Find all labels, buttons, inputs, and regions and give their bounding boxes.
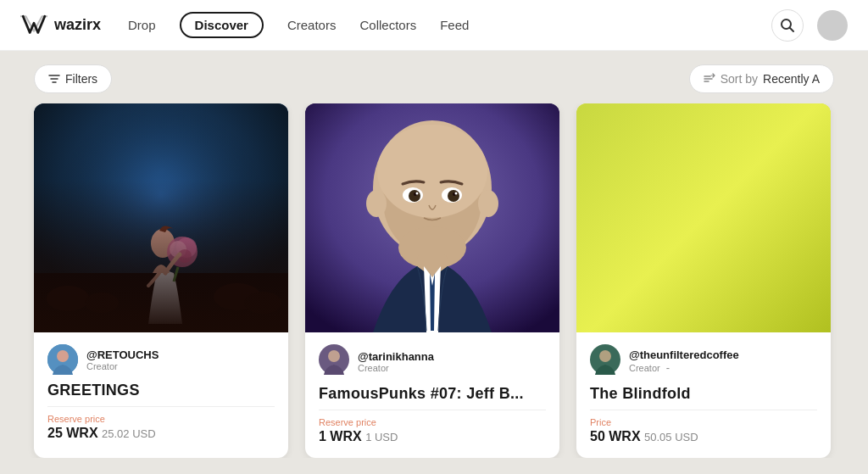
svg-point-15 (151, 229, 175, 258)
creator-info-2: @tarinikhanna Creator (358, 350, 434, 373)
svg-point-12 (85, 293, 119, 313)
creator-handle-2: @tarinikhanna (358, 350, 434, 363)
navbar: wazirx Drop Discover Creators Collectors… (0, 0, 868, 51)
card-price-label-3: Price (590, 417, 817, 427)
user-avatar[interactable] (817, 10, 848, 41)
svg-line-45 (712, 180, 831, 214)
svg-rect-10 (34, 273, 288, 332)
creator-role-3: Creator - (629, 361, 739, 374)
card-body-3: @theunfilteredcoffee Creator - The Blind… (576, 332, 831, 458)
search-button[interactable] (771, 9, 804, 42)
svg-line-48 (653, 212, 754, 215)
svg-point-36 (455, 192, 458, 195)
svg-line-20 (174, 267, 178, 282)
nav-discover[interactable]: Discover (180, 12, 264, 38)
card-blindfold: @theunfilteredcoffee Creator - The Blind… (576, 103, 831, 458)
card-famouspunks: @tarinikhanna Creator FamousPunks #07: J… (305, 103, 559, 458)
creator-handle-3: @theunfilteredcoffee (629, 349, 739, 361)
card-title-1: GREETINGS (47, 382, 275, 399)
famouspunks-artwork (305, 103, 559, 332)
svg-point-35 (416, 192, 419, 195)
nav-creators[interactable]: Creators (287, 18, 337, 32)
card-divider-3 (590, 410, 817, 410)
creator-handle-1: @RETOUCHS (86, 349, 159, 361)
svg-line-43 (746, 103, 797, 332)
card-price-label-1: Reserve price (47, 414, 275, 424)
logo-text: wazirx (54, 16, 101, 34)
svg-point-40 (328, 350, 340, 362)
svg-point-16 (167, 237, 198, 267)
svg-point-19 (178, 249, 192, 263)
card-title-3: The Blindfold (590, 385, 817, 403)
svg-point-18 (170, 241, 186, 258)
sort-icon (704, 73, 715, 85)
logo[interactable]: wazirx (20, 14, 101, 37)
blindfold-artwork (576, 103, 831, 332)
card-price-3: 50 WRX 50.05 USD (590, 429, 817, 444)
card-divider-2 (319, 410, 546, 410)
nav-drop[interactable]: Drop (128, 18, 156, 32)
card-price-1: 25 WRX 25.02 USD (47, 426, 275, 441)
svg-point-22 (57, 350, 69, 362)
svg-point-51 (599, 350, 611, 362)
svg-point-14 (244, 292, 281, 314)
svg-rect-41 (576, 103, 831, 332)
card-image-1 (34, 103, 288, 332)
card-creator-2: @tarinikhanna Creator (319, 344, 546, 378)
nav-right (771, 9, 848, 42)
svg-point-28 (478, 190, 498, 217)
svg-point-17 (176, 237, 197, 258)
avatar-unfilteredcoffee (590, 344, 620, 378)
nav-feed[interactable]: Feed (440, 18, 469, 32)
sort-value: Recently A (763, 72, 820, 86)
creator-info-3: @theunfilteredcoffee Creator - (629, 349, 739, 374)
creator-role-1: Creator (86, 361, 159, 371)
svg-point-47 (640, 146, 767, 298)
card-price-label-2: Reserve price (319, 417, 546, 427)
card-greetings: @RETOUCHS Creator GREETINGS Reserve pric… (34, 103, 288, 458)
svg-rect-9 (34, 103, 288, 332)
avatar-tarini (319, 344, 349, 378)
svg-point-31 (409, 190, 420, 202)
svg-point-26 (377, 125, 487, 218)
svg-line-42 (729, 103, 763, 332)
svg-point-27 (366, 190, 387, 217)
svg-point-32 (448, 190, 459, 202)
nav-links: Drop Discover Creators Collectors Feed (128, 12, 744, 38)
creator-info-1: @RETOUCHS Creator (86, 349, 159, 371)
card-image-2 (305, 103, 559, 332)
greetings-artwork (34, 103, 288, 332)
toolbar: Filters Sort by Recently A (0, 51, 868, 103)
card-title-2: FamousPunks #07: Jeff B... (319, 385, 546, 403)
card-creator-1: @RETOUCHS Creator (47, 344, 275, 375)
card-image-3 (576, 103, 831, 332)
card-body-2: @tarinikhanna Creator FamousPunks #07: J… (305, 332, 559, 458)
svg-line-46 (712, 188, 831, 222)
filter-button[interactable]: Filters (34, 64, 112, 93)
nav-collectors[interactable]: Collectors (359, 18, 416, 32)
filter-label: Filters (65, 72, 97, 86)
card-divider-1 (47, 406, 275, 407)
sort-prefix: Sort by (721, 72, 758, 86)
filter-icon (48, 73, 60, 85)
svg-line-49 (651, 219, 756, 220)
svg-point-13 (214, 283, 261, 310)
card-price-2: 1 WRX 1 USD (319, 429, 546, 444)
svg-point-11 (47, 286, 89, 311)
search-icon (780, 18, 795, 33)
svg-line-44 (712, 171, 831, 205)
avatar-retouchs (47, 344, 78, 375)
card-body-1: @RETOUCHS Creator GREETINGS Reserve pric… (34, 332, 288, 454)
cards-grid: @RETOUCHS Creator GREETINGS Reserve pric… (0, 103, 868, 458)
svg-line-1 (790, 27, 794, 31)
creator-role-2: Creator (358, 363, 434, 373)
card-creator-3: @theunfilteredcoffee Creator - (590, 344, 817, 378)
sort-button[interactable]: Sort by Recently A (689, 64, 834, 93)
